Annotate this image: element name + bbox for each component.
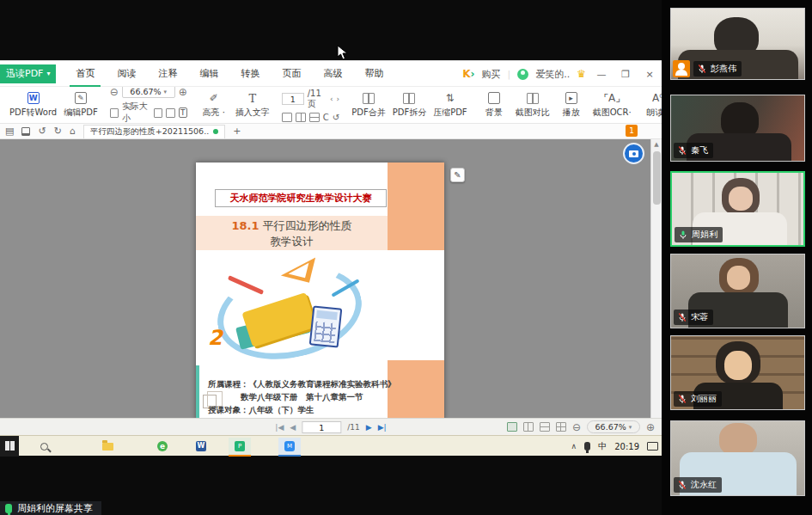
- tab-home[interactable]: 首页: [64, 61, 106, 87]
- edit-icon: ✎: [75, 91, 87, 105]
- tab-edit[interactable]: 编辑: [188, 61, 229, 87]
- participant-tile[interactable]: 刘丽丽: [670, 335, 805, 410]
- notification-badge[interactable]: 1: [626, 125, 638, 137]
- home-icon[interactable]: ⌂: [70, 126, 76, 136]
- view-grid-button[interactable]: [556, 422, 566, 432]
- maximize-button[interactable]: ❐: [617, 69, 634, 80]
- annotate-pencil-button[interactable]: ✎: [450, 168, 465, 182]
- titlebar-right: K› 购买 | 爱笑的.. ♛ — ❐ ×: [462, 61, 658, 87]
- statusbar-page-input[interactable]: 1: [302, 421, 341, 433]
- participant-tile[interactable]: 秦飞: [670, 95, 805, 162]
- last-page-button[interactable]: ▶|: [378, 423, 387, 432]
- statusbar-zoom-select[interactable]: 66.67%▾: [587, 420, 640, 433]
- text-zoom-button[interactable]: T: [179, 107, 187, 118]
- participant-tile-speaking[interactable]: 周娟利: [670, 171, 805, 247]
- play-button[interactable]: ▸ 播放: [557, 91, 586, 119]
- buy-link[interactable]: 购买: [482, 68, 501, 81]
- tab-page[interactable]: 页面: [271, 61, 312, 87]
- undo-icon[interactable]: ↺: [38, 126, 46, 136]
- fit-width-button[interactable]: [154, 108, 162, 118]
- scroll-up-arrow[interactable]: ▲: [651, 139, 662, 148]
- tray-expand-icon[interactable]: ∧: [571, 442, 577, 451]
- edit-pdf-button[interactable]: ✎ 编辑PDF: [64, 91, 97, 119]
- taskbar-meeting-app-button[interactable]: M: [278, 438, 301, 455]
- zoom-level-select[interactable]: 66.67%▾: [122, 85, 175, 98]
- mic-muted-icon: [677, 394, 687, 404]
- pdf-app-logo[interactable]: 迅读PDF ▾: [0, 64, 56, 83]
- word-icon: W: [196, 441, 206, 451]
- single-page-button[interactable]: [282, 113, 292, 122]
- two-page-button[interactable]: [296, 113, 306, 122]
- tray-mic-icon[interactable]: [584, 442, 590, 451]
- tray-notification-icon[interactable]: [647, 442, 658, 451]
- redo-icon[interactable]: ↻: [54, 126, 62, 136]
- tab-help[interactable]: 帮助: [353, 61, 394, 87]
- continuous-button[interactable]: [309, 113, 320, 122]
- lesson-number: 18.1: [231, 219, 259, 232]
- participant-tile[interactable]: 宋蓉: [670, 254, 805, 328]
- next-page-nav-button[interactable]: ▶: [366, 423, 372, 432]
- fit-page-button[interactable]: [166, 108, 174, 118]
- background-button[interactable]: 背景: [479, 91, 509, 119]
- next-page-button[interactable]: ›: [337, 95, 340, 103]
- vip-crown-icon[interactable]: ♛: [577, 68, 586, 80]
- taskbar-browser-button[interactable]: e: [151, 438, 174, 455]
- clock[interactable]: 20:19: [614, 442, 639, 451]
- compare-button[interactable]: 截图对比: [516, 91, 550, 119]
- page-orange-block-top: [388, 162, 444, 250]
- pdf-to-word-button[interactable]: W PDF转Word: [9, 91, 57, 119]
- taskbar-search-button[interactable]: [33, 438, 55, 455]
- floating-tool-button[interactable]: [623, 143, 644, 164]
- rotate-ccw-button[interactable]: ↺: [333, 113, 339, 122]
- zoom-out-button[interactable]: ⊖: [110, 86, 119, 98]
- taskbar-explorer-button[interactable]: [96, 438, 119, 455]
- zoom-in-button[interactable]: ⊕: [179, 86, 187, 98]
- pdf-tabbar: 迅读PDF ▾ 首页 阅读 注释 编辑 转换 页面 高级 帮助 K› 购买 | …: [0, 61, 662, 87]
- scrollbar-thumb[interactable]: [653, 151, 661, 205]
- first-page-button[interactable]: |◀: [275, 423, 284, 432]
- insert-text-button[interactable]: T 插入文字: [235, 91, 270, 119]
- participant-name: 秦飞: [691, 144, 708, 156]
- actual-size-icon[interactable]: [110, 108, 119, 118]
- ime-indicator[interactable]: 中: [598, 440, 607, 452]
- tab-advanced[interactable]: 高级: [312, 61, 353, 87]
- save-icon[interactable]: [21, 127, 30, 136]
- taskbar-word-button[interactable]: W: [190, 438, 212, 455]
- open-file-icon[interactable]: ▤: [5, 126, 14, 136]
- document-viewport[interactable]: 天水师范学院研究生教学设计大赛 18.1 平行四边形的性质 教学设计 2: [0, 139, 662, 418]
- prev-page-nav-button[interactable]: ◀: [290, 423, 296, 432]
- folder-icon: [102, 443, 113, 451]
- participant-tile[interactable]: 彭燕伟: [670, 8, 805, 80]
- start-button[interactable]: [0, 436, 19, 457]
- new-tab-button[interactable]: +: [233, 126, 241, 137]
- vertical-scrollbar[interactable]: ▲: [650, 139, 662, 418]
- view-continuous-button[interactable]: [540, 422, 550, 432]
- prev-page-button[interactable]: ‹: [330, 95, 333, 103]
- account-name[interactable]: 爱笑的..: [535, 68, 570, 81]
- minimize-button[interactable]: —: [593, 69, 610, 80]
- pdf-merge-button[interactable]: PDF合并: [351, 91, 385, 119]
- actual-size-button[interactable]: 实际大小: [122, 101, 150, 125]
- tab-annotate[interactable]: 注释: [147, 61, 188, 87]
- tab-convert[interactable]: 转换: [229, 61, 271, 87]
- document-tab[interactable]: 平行四边形的性质+20211506..: [83, 125, 225, 138]
- close-button[interactable]: ×: [641, 69, 658, 80]
- statusbar-zoom-in[interactable]: ⊕: [646, 421, 655, 433]
- pdf-split-button[interactable]: PDF拆分: [393, 91, 426, 119]
- view-single-button[interactable]: [507, 422, 517, 432]
- tab-read[interactable]: 阅读: [106, 61, 147, 87]
- view-two-page-button[interactable]: [523, 422, 534, 432]
- account-avatar[interactable]: [517, 69, 528, 80]
- rotate-cw-button[interactable]: C: [323, 113, 329, 122]
- participant-name: 刘丽丽: [691, 393, 717, 405]
- participant-name: 宋蓉: [691, 311, 708, 323]
- compress-pdf-button[interactable]: ⇅ 压缩PDF: [433, 91, 467, 119]
- participant-tile[interactable]: 沈永红: [670, 420, 805, 496]
- taskbar-pdf-app-button[interactable]: P: [229, 438, 251, 455]
- participant-panel: 彭燕伟 秦飞 周娟利 宋蓉: [662, 0, 812, 515]
- page-number-input[interactable]: 1: [282, 93, 304, 105]
- statusbar-zoom-out[interactable]: ⊖: [572, 421, 581, 433]
- screenshot-ocr-button[interactable]: ⌜A⌟ 截图OCR·: [593, 91, 632, 119]
- participant-name: 周娟利: [692, 229, 717, 241]
- highlight-button[interactable]: ✐ 高亮 ·: [199, 91, 229, 119]
